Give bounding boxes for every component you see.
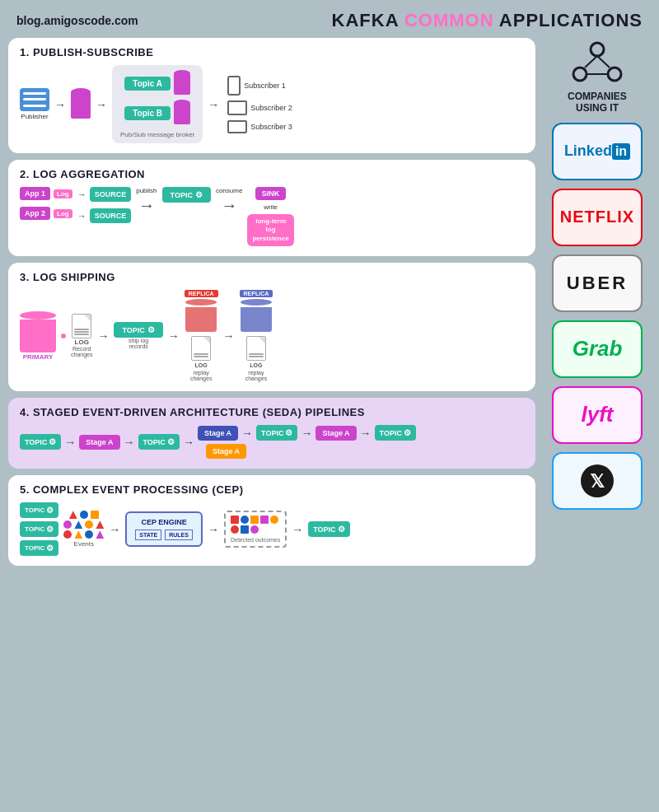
message-cylinder [71,88,91,121]
topic-cog: TOPIC ⚙ [162,187,211,203]
seda-title: 4. STAGED EVENT-DRIVEN ARCHITECTURE (SED… [20,406,524,418]
left-panels: 1. PUBLISH-SUBSCRIBE Publisher → [8,38,535,566]
kafka-logo-area: COMPANIESUSING IT [568,38,627,114]
consume-group: consume → [216,187,242,215]
topic-group: TOPIC ⚙ [162,187,211,203]
subscriber-2: Subscriber 2 [227,100,292,115]
ship-topic: TOPIC ⚙ ship logrecords [114,322,162,349]
dot-1 [61,334,66,338]
header: blog.amigoscode.com KAFKA COMMON APPLICA… [0,0,659,38]
log-doc-group: LOG Recordchanges [71,314,92,357]
app2-label: App 2 [20,207,50,220]
svg-line-4 [597,56,610,68]
detected-shapes [231,516,280,534]
publish-group: publish → [136,187,157,215]
shape-sq-orange [91,511,99,519]
persistence-box: long-termlogpersistence [247,214,293,246]
shape-circle-blue2 [85,530,93,539]
cep-topics-left: TOPIC ⚙ TOPIC ⚙ TOPIC ⚙ [20,502,58,556]
cep-topic-2: TOPIC ⚙ [20,521,58,537]
shape-circle-red [63,530,72,539]
record-changes-label: Recordchanges [71,346,92,357]
shape-circle-purple [63,520,72,529]
company-uber: UBER [552,254,643,312]
cep-title: 5. COMPLEX EVENT PROCESSING (CEP) [20,483,524,496]
company-lyft: lyft [552,386,643,444]
topic-b-cyl [174,100,190,126]
log2-badge: Log [54,209,72,218]
replica2-group: REPLICA LOG replaychanges [240,290,273,381]
log-agg-title: 2. LOG AGGREGATION [20,168,524,180]
log-agg-diagram: App 1 Log App 2 Log → SOURCE → [20,187,524,246]
cep-topic-3: TOPIC ⚙ [20,540,58,556]
seda-topic-3: TOPIC ⚙ [256,425,297,441]
primary-db: PRIMARY [20,311,56,361]
app1-label: App 1 [20,187,50,200]
source2-row: → SOURCE [77,208,132,223]
panel-cep: 5. COMPLEX EVENT PROCESSING (CEP) TOPIC … [8,475,535,566]
panel-log-agg: 2. LOG AGGREGATION App 1 Log App 2 Log [8,160,535,256]
main-title: KAFKA COMMON APPLICATIONS [332,10,643,31]
arrow-2: → [96,98,107,111]
uber-logo: UBER [567,273,628,294]
replica1-badge: REPLICA [185,290,218,297]
shape-tri-purple [96,530,104,539]
seda-topic-2: TOPIC ⚙ [138,434,180,450]
seda-stage-2a: Stage A [198,426,238,441]
log-doc3-icon [246,336,266,361]
topic-a: Topic A [124,77,171,91]
publish-label: publish [136,187,157,194]
arrow-1: → [54,98,66,111]
monitor-icon [227,100,247,115]
arrow-3: → [208,98,219,111]
log-label: LOG [75,338,89,346]
panel-log-ship: 3. LOG SHIPPING PRIMARY [8,263,535,391]
seda-stage-1: Stage A [79,435,119,450]
linkedin-in: in [612,143,630,160]
log-doc-icon [72,314,91,338]
x-logo-icon: 𝕏 [579,463,615,499]
shape-tri-red2 [96,520,104,529]
server-line-2 [23,98,46,100]
replica2-badge: REPLICA [240,290,273,297]
source2-box: SOURCE [90,208,132,223]
content-area: 1. PUBLISH-SUBSCRIBE Publisher → [0,38,659,574]
cep-engine-title: CEP ENGINE [135,518,193,526]
log-ship-title: 3. LOG SHIPPING [20,271,524,283]
topic-a-row: Topic A [124,70,190,96]
subscriber-1: Subscriber 1 [227,76,292,96]
svg-point-1 [573,68,587,81]
topic-b: Topic B [124,106,171,120]
seda-bottom-branch: Stage A [198,444,416,459]
seda-topic-1: TOPIC ⚙ [20,434,61,450]
seda-topic-4: TOPIC ⚙ [375,425,416,441]
cog-icon: ⚙ [195,190,203,199]
ship-topic-box: TOPIC ⚙ [114,322,162,338]
company-linkedin: Linked in [552,123,643,180]
grab-logo: Grab [573,336,623,362]
company-grab: Grab [552,320,643,378]
kafka-logo-icon [568,38,626,87]
events-group: Events [63,511,104,548]
topic-a-cyl [174,70,190,96]
sink-group: SINK write long-termlogpersistence [247,187,293,246]
sub1-label: Subscriber 1 [244,82,286,90]
subscriber-3: Subscriber 3 [227,120,292,133]
write-label: write [264,203,278,211]
events-row3 [63,530,104,539]
db-primary-top [20,311,56,320]
primary-label: PRIMARY [23,353,54,361]
cep-topic-1: TOPIC ⚙ [20,502,58,518]
pubsub-title: 1. PUBLISH-SUBSCRIBE [20,46,524,58]
shape-circle-blue [80,511,88,519]
pubsub-diagram: Publisher → → Topic A [20,65,524,143]
sub3-label: Subscriber 3 [250,123,292,131]
cep-sub-row: STATE RULES [135,530,193,540]
rules-box: RULES [165,530,193,540]
company-twitter: 𝕏 [552,452,643,510]
cep-engine-box: CEP ENGINE STATE RULES [125,511,203,547]
linkedin-logo: Linked [564,142,612,160]
broker-area: Topic A Topic B Pub/ [112,65,203,143]
company-netflix: NETFLIX [552,189,643,246]
seda-diagram: TOPIC ⚙ → Stage A → TOPIC ⚙ → Stage A → … [20,425,524,459]
